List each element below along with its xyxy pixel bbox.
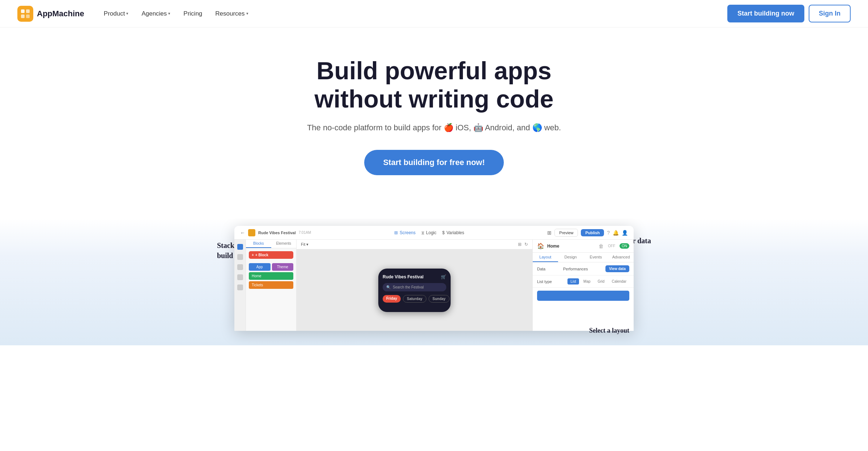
tab-friday[interactable]: Friday — [383, 295, 401, 303]
phone-tabs: Friday Saturday Sunday — [383, 295, 446, 303]
grid-icon: ⊞ — [547, 230, 552, 236]
brand-name: AppMachine — [37, 9, 84, 18]
sidebar-icon-5[interactable] — [237, 284, 243, 290]
nav-left: AppMachine Product ▾ Agencies ▾ Pricing … — [17, 6, 254, 22]
user-icon: 👤 — [622, 230, 628, 236]
block-theme[interactable]: Theme — [272, 263, 294, 271]
app-canvas: Fit ▾ ⊞ ↻ Rude Vibes Festival 🛒 — [297, 240, 532, 331]
chevron-down-icon: ▾ — [246, 11, 248, 16]
sidebar-icon-3[interactable] — [237, 264, 243, 270]
hero-title: Build powerful apps without writing code — [314, 56, 553, 113]
lt-list[interactable]: List — [567, 278, 579, 284]
search-icon: 🔍 — [386, 285, 391, 289]
data-label: Data — [537, 267, 545, 271]
block-row-1: App Theme — [249, 263, 293, 271]
panel-tabs: Blocks Elements — [246, 240, 296, 248]
list-type-label: List type — [537, 279, 552, 284]
action-bar[interactable] — [537, 291, 629, 301]
lt-grid[interactable]: Grid — [595, 278, 608, 284]
sign-in-button[interactable]: Sign In — [809, 5, 851, 22]
app-screenshot: ← Rude Vibes Festival 7:01AM ⊞ Screens ⧖… — [234, 226, 634, 331]
hero-cta-button[interactable]: Start building for free now! — [364, 150, 503, 175]
tab-advanced[interactable]: Advanced — [608, 253, 634, 262]
app-title: Rude Vibes Festival — [258, 231, 296, 235]
block-app[interactable]: App — [249, 263, 271, 271]
preview-button[interactable]: Preview — [554, 229, 578, 237]
nav-right: Start building now Sign In — [727, 5, 851, 22]
delete-icon[interactable]: 🗑 — [599, 243, 604, 249]
blocks-panel: Blocks Elements + + Block App Theme Home… — [246, 240, 297, 331]
cart-icon: 🛒 — [441, 274, 446, 279]
logo-svg — [20, 9, 30, 19]
tab-blocks[interactable]: Blocks — [246, 240, 271, 248]
svg-rect-1 — [26, 9, 30, 13]
data-row: Data Performances View data — [533, 262, 634, 275]
tab-variables[interactable]: $ Variables — [442, 230, 464, 235]
canvas-toolbar: Fit ▾ ⊞ ↻ — [297, 240, 532, 249]
tab-layout[interactable]: Layout — [533, 253, 558, 262]
app-icon — [248, 229, 255, 236]
topbar-nav: ⊞ Screens ⧖ Logic $ Variables — [394, 230, 464, 235]
list-type-row: List type List Map Grid Calendar — [533, 275, 634, 288]
hero-subtitle: The no-code platform to build apps for 🍎… — [307, 123, 561, 132]
canvas-body: Rude Vibes Festival 🛒 🔍 Search the Festi… — [297, 249, 532, 331]
logic-icon: ⧖ — [421, 230, 424, 235]
screens-icon: ⊞ — [394, 230, 398, 235]
toggle-on-badge[interactable]: ON — [620, 243, 629, 249]
lt-map[interactable]: Map — [580, 278, 593, 284]
navigation: AppMachine Product ▾ Agencies ▾ Pricing … — [0, 0, 868, 28]
fit-control[interactable]: Fit ▾ — [301, 242, 309, 247]
logo[interactable]: AppMachine — [17, 6, 84, 22]
panel-right-tabs: Layout Design Events Advanced — [533, 253, 634, 262]
phone-search[interactable]: 🔍 Search the Festival — [383, 283, 446, 291]
svg-rect-0 — [21, 9, 25, 13]
nav-links: Product ▾ Agencies ▾ Pricing Resources ▾ — [99, 7, 254, 20]
zoom-icon[interactable]: ⊞ — [518, 242, 522, 247]
sidebar-icon-1[interactable] — [237, 244, 243, 250]
nav-agencies[interactable]: Agencies ▾ — [136, 7, 175, 20]
tab-screens[interactable]: ⊞ Screens — [394, 230, 416, 235]
add-block-button[interactable]: + + Block — [249, 251, 293, 259]
app-time: 7:01AM — [299, 231, 311, 235]
help-icon: ? — [607, 230, 610, 236]
block-list: App Theme Home Tickets — [246, 262, 296, 290]
left-icon-strip — [234, 240, 246, 331]
view-data-button[interactable]: View data — [605, 265, 629, 272]
hero-section: Build powerful apps without writing code… — [0, 28, 868, 219]
annotation-bottom-right: Select a layout — [589, 327, 629, 334]
tab-design[interactable]: Design — [558, 253, 583, 262]
tab-logic[interactable]: ⧖ Logic — [421, 230, 437, 235]
panel-right-header: 🏠 Home 🗑 OFF ON — [533, 240, 634, 253]
tab-sunday[interactable]: Sunday — [429, 295, 450, 303]
screenshot-topbar: ← Rude Vibes Festival 7:01AM ⊞ Screens ⧖… — [234, 226, 634, 240]
chevron-down-icon: ▾ — [168, 11, 170, 16]
screenshot-content: Blocks Elements + + Block App Theme Home… — [234, 240, 634, 331]
tab-saturday[interactable]: Saturday — [403, 295, 426, 303]
back-icon: ← — [240, 230, 245, 236]
variables-icon: $ — [442, 230, 445, 235]
svg-rect-3 — [26, 14, 30, 18]
refresh-icon[interactable]: ↻ — [524, 242, 528, 247]
phone-mockup: Rude Vibes Festival 🛒 🔍 Search the Festi… — [378, 269, 451, 312]
preview-section: Stack blocks tobuild your app! Connect y… — [0, 219, 868, 345]
chevron-down-icon: ▾ — [126, 11, 128, 16]
phone-header: Rude Vibes Festival 🛒 — [383, 274, 446, 279]
tab-events[interactable]: Events — [583, 253, 609, 262]
list-type-tabs: List Map Grid Calendar — [567, 278, 629, 284]
toggle-off-label: OFF — [608, 244, 615, 248]
publish-button[interactable]: Publish — [581, 229, 604, 236]
nav-pricing[interactable]: Pricing — [178, 7, 207, 20]
topbar-right: ⊞ Preview Publish ? 🔔 👤 — [547, 229, 628, 237]
sidebar-icon-4[interactable] — [237, 274, 243, 280]
data-value: Performances — [563, 267, 588, 271]
nav-resources[interactable]: Resources ▾ — [210, 7, 253, 20]
block-tickets[interactable]: Tickets — [249, 281, 293, 289]
lt-calendar[interactable]: Calendar — [609, 278, 629, 284]
plus-icon: + — [252, 253, 254, 257]
tab-elements[interactable]: Elements — [271, 240, 297, 248]
block-home[interactable]: Home — [249, 272, 293, 280]
sidebar-icon-2[interactable] — [237, 254, 243, 260]
logo-icon — [17, 6, 33, 22]
start-building-button[interactable]: Start building now — [727, 5, 804, 22]
nav-product[interactable]: Product ▾ — [99, 7, 134, 20]
